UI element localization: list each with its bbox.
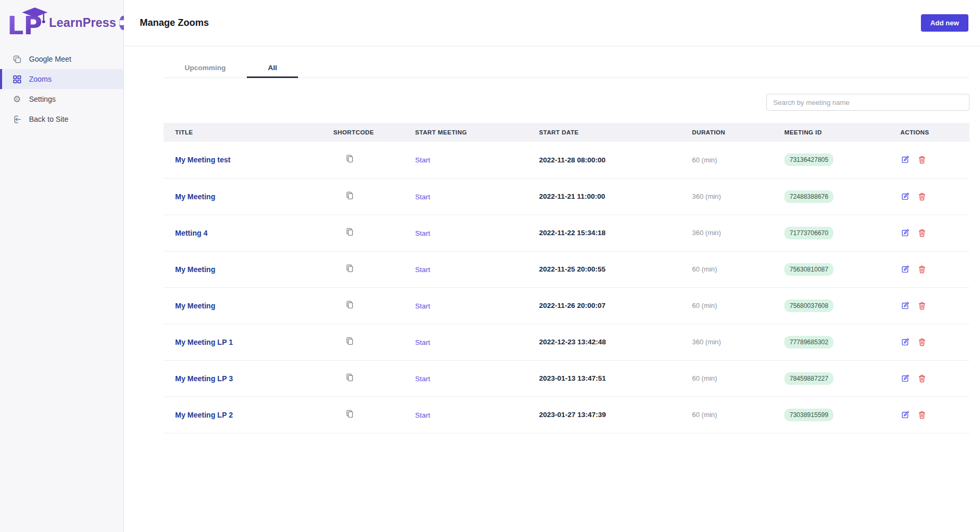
edit-pencil-icon [900, 374, 910, 383]
table-header-row: TITLE SHORTCODE START MEETING START DATE… [164, 123, 969, 142]
meeting-id-badge: 73136427805 [784, 153, 833, 166]
edit-button[interactable] [900, 192, 910, 201]
exit-arrow-icon [12, 114, 22, 124]
trash-icon [917, 228, 927, 238]
meeting-id-badge: 77789685302 [784, 336, 833, 349]
row-actions [900, 265, 965, 274]
meeting-title-link[interactable]: My Meeting LP 1 [175, 338, 233, 346]
copy-icon [345, 264, 354, 273]
meeting-title-link[interactable]: My Meeting [175, 302, 215, 310]
table-row: My Meeting Start 2022-11-21 11:00:00 360… [164, 178, 969, 215]
tab-all[interactable]: All [247, 58, 298, 78]
column-header-title: TITLE [164, 123, 322, 142]
duration: 60 (min) [680, 251, 773, 287]
duration: 360 (min) [680, 215, 773, 251]
start-meeting-link[interactable]: Start [415, 375, 430, 383]
row-actions [900, 228, 965, 238]
column-header-start-date: START DATE [527, 123, 680, 142]
edit-pencil-icon [900, 337, 910, 347]
start-meeting-link[interactable]: Start [415, 193, 430, 201]
copy-icon [345, 154, 354, 163]
sidebar-item-back-to-site[interactable]: Back to Site [0, 109, 123, 129]
copy-shortcode-button[interactable] [345, 300, 354, 309]
table-row: My Meeting LP 1 Start 2022-12-23 13:42:4… [164, 324, 969, 360]
delete-button[interactable] [917, 265, 927, 274]
copy-shortcode-button[interactable] [345, 264, 354, 273]
edit-pencil-icon [900, 265, 910, 274]
duration: 360 (min) [680, 324, 773, 360]
start-meeting-link[interactable]: Start [415, 411, 430, 419]
delete-button[interactable] [917, 192, 927, 201]
start-date: 2023-01-27 13:47:39 [527, 396, 680, 433]
edit-button[interactable] [900, 374, 910, 383]
table-row: My Meeting LP 2 Start 2023-01-27 13:47:3… [164, 396, 969, 433]
meeting-title-link[interactable]: Metting 4 [175, 229, 207, 237]
duration: 60 (min) [680, 142, 773, 178]
meeting-title-link[interactable]: My Meeting test [175, 156, 230, 164]
edit-button[interactable] [900, 337, 910, 347]
page-header: Manage Zooms Add new [124, 0, 980, 46]
start-date: 2022-11-28 08:00:00 [527, 142, 680, 178]
copy-icon [345, 300, 354, 309]
sidebar-item-label: Back to Site [29, 115, 69, 123]
start-meeting-link[interactable]: Start [415, 338, 430, 346]
copy-icon [345, 191, 354, 200]
edit-pencil-icon [900, 410, 910, 420]
start-meeting-link[interactable]: Start [415, 266, 430, 274]
trash-icon [917, 301, 927, 311]
copy-shortcode-button[interactable] [345, 154, 354, 163]
edit-pencil-icon [900, 192, 910, 201]
table-body: My Meeting test Start 2022-11-28 08:00:0… [164, 142, 969, 433]
copy-icon [345, 336, 354, 346]
copy-shortcode-button[interactable] [345, 409, 354, 419]
delete-button[interactable] [917, 410, 927, 420]
edit-pencil-icon [900, 301, 910, 311]
start-meeting-link[interactable]: Start [415, 156, 430, 164]
learnpress-logo: LP LearnPress [0, 0, 123, 47]
sidebar-item-settings[interactable]: ⚙ Settings [0, 89, 123, 109]
edit-pencil-icon [900, 228, 910, 238]
copy-shortcode-button[interactable] [345, 336, 354, 346]
edit-button[interactable] [900, 228, 910, 238]
sidebar-item-google-meet[interactable]: Google Meet [0, 49, 123, 69]
delete-button[interactable] [917, 155, 927, 165]
column-header-start-meeting: START MEETING [403, 123, 527, 142]
duration: 60 (min) [680, 360, 773, 396]
start-meeting-link[interactable]: Start [415, 302, 430, 310]
meeting-title-link[interactable]: My Meeting [175, 192, 215, 201]
meeting-title-link[interactable]: My Meeting LP 3 [175, 374, 233, 383]
meeting-id-badge: 78459887227 [784, 372, 833, 385]
delete-button[interactable] [917, 337, 927, 347]
edit-button[interactable] [900, 155, 910, 165]
delete-button[interactable] [917, 301, 927, 311]
meeting-title-link[interactable]: My Meeting [175, 265, 215, 274]
table-row: My Meeting LP 3 Start 2023-01-13 13:47:5… [164, 360, 969, 396]
sidebar-item-label: Zooms [29, 75, 52, 83]
trash-icon [917, 265, 927, 274]
trash-icon [917, 410, 927, 420]
meeting-title-link[interactable]: My Meeting LP 2 [175, 411, 233, 419]
add-new-button[interactable]: Add new [921, 14, 968, 32]
start-date: 2022-11-21 11:00:00 [527, 178, 680, 215]
search-input[interactable] [766, 94, 969, 111]
copy-icon [345, 373, 354, 382]
trash-icon [917, 155, 927, 165]
copy-shortcode-button[interactable] [345, 227, 354, 237]
tab-upcomming[interactable]: Upcomming [164, 58, 247, 78]
copy-shortcode-button[interactable] [345, 373, 354, 382]
delete-button[interactable] [917, 374, 927, 383]
delete-button[interactable] [917, 228, 927, 238]
sidebar-item-label: Settings [29, 95, 56, 103]
start-meeting-link[interactable]: Start [415, 229, 430, 237]
sidebar-item-zooms[interactable]: Zooms [0, 69, 123, 89]
meeting-id-badge: 73038915599 [784, 409, 833, 421]
edit-button[interactable] [900, 265, 910, 274]
lp-logo-mark: LP [7, 7, 49, 38]
copy-shortcode-button[interactable] [345, 191, 354, 200]
row-actions [900, 374, 965, 383]
table-row: My Meeting Start 2022-11-25 20:00:55 60 … [164, 251, 969, 287]
edit-button[interactable] [900, 410, 910, 420]
meetings-table-wrap: TITLE SHORTCODE START MEETING START DATE… [164, 123, 969, 433]
edit-button[interactable] [900, 301, 910, 311]
grid-squares-icon [12, 74, 22, 84]
